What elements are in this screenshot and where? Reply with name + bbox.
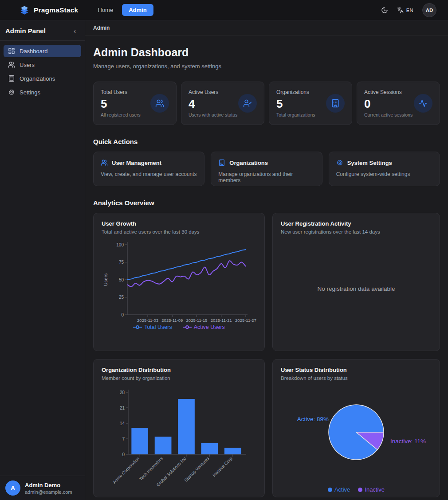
main-content: Admin Admin Dashboard Manage users, orga… — [85, 20, 448, 500]
sidebar-header: Admin Panel ‹ — [0, 20, 85, 41]
organization-bar-chart: 07142128Acme CorporationTech InnovatorsG… — [102, 383, 256, 490]
sidebar-item-settings[interactable]: Settings — [4, 86, 81, 98]
user-menu-avatar[interactable]: AD — [422, 3, 436, 17]
chart-subtitle: Member count by organization — [102, 375, 256, 381]
language-switcher[interactable]: EN — [397, 7, 413, 13]
svg-text:25: 25 — [119, 295, 124, 300]
pie-svg-holder — [318, 394, 394, 470]
stat-description: Total organizations — [276, 112, 315, 117]
quick-actions-heading: Quick Actions — [93, 138, 440, 145]
chart-title: User Registration Activity — [281, 220, 432, 227]
stat-description: All registered users — [101, 112, 141, 117]
quick-actions-grid: User Management View, create, and manage… — [93, 152, 440, 186]
chart-subtitle: Total and active users over the last 30 … — [102, 229, 256, 234]
sidebar-item-organizations[interactable]: Organizations — [4, 72, 81, 85]
bar-chart-svg: 07142128Acme CorporationTech InnovatorsG… — [102, 383, 256, 490]
stat-value: 4 — [189, 98, 237, 110]
stat-value: 5 — [101, 98, 141, 110]
action-card-system-settings[interactable]: System Settings Configure system-wide se… — [329, 152, 440, 186]
dot-icon — [328, 488, 332, 492]
action-title: User Management — [112, 160, 161, 166]
nav-link-admin[interactable]: Admin — [122, 4, 153, 16]
stat-label: Active Users — [189, 89, 237, 95]
svg-text:Inactive Corp: Inactive Corp — [212, 456, 234, 478]
line-marker-icon — [183, 325, 192, 329]
gear-icon — [336, 159, 343, 166]
stat-value: 0 — [364, 98, 413, 110]
action-card-organizations[interactable]: Organizations Manage organizations and t… — [211, 152, 322, 186]
legend-item-active-users[interactable]: Active Users — [183, 324, 225, 330]
navbar-actions: EN AD — [381, 3, 436, 17]
svg-text:2025-11-15: 2025-11-15 — [186, 318, 208, 322]
sidebar-item-label: Settings — [20, 89, 40, 96]
chart-title: User Status Distribution — [281, 367, 432, 373]
stat-description: Current active sessions — [364, 112, 413, 117]
breadcrumb: Admin — [85, 20, 448, 35]
theme-toggle-button[interactable] — [381, 7, 388, 14]
svg-text:Users: Users — [103, 273, 108, 286]
chart-card-user-registration: User Registration Activity New user regi… — [272, 213, 440, 351]
stat-card-active-users: Active Users 4 Users with active status — [181, 82, 264, 125]
action-card-user-management[interactable]: User Management View, create, and manage… — [93, 152, 204, 186]
sidebar-item-label: Dashboard — [20, 48, 48, 55]
sidebar-item-users[interactable]: Users — [4, 59, 81, 71]
page-title: Admin Dashboard — [93, 46, 440, 59]
dashboard-grid-icon — [8, 47, 15, 55]
pie-label-active: Active: 89% — [281, 416, 329, 422]
svg-text:50: 50 — [119, 277, 124, 282]
sidebar-item-dashboard[interactable]: Dashboard — [4, 45, 81, 57]
legend-item-active[interactable]: Active — [328, 486, 350, 493]
moon-icon — [381, 7, 388, 14]
sidebar-user-card[interactable]: A Admin Demo admin@example.com — [0, 476, 85, 500]
sidebar-item-label: Organizations — [20, 75, 55, 82]
svg-text:2025-11-21: 2025-11-21 — [211, 318, 232, 322]
svg-text:Tech Innovators: Tech Innovators — [138, 456, 164, 482]
legend-item-inactive[interactable]: Inactive — [358, 486, 385, 493]
action-title: System Settings — [347, 160, 392, 166]
chart-card-user-status: User Status Distribution Breakdown of us… — [272, 359, 440, 497]
line-chart-legend: Total Users Active Users — [102, 324, 256, 330]
stat-label: Active Sessions — [364, 89, 413, 95]
building-icon — [218, 159, 225, 166]
line-chart-svg: 02550751002025-11-032025-11-092025-11-15… — [102, 237, 256, 322]
user-status-pie-chart: Active: 89% Inactive: 11% — [281, 381, 432, 486]
brand-name: PragmaStack — [34, 6, 78, 14]
charts-grid: User Growth Total and active users over … — [93, 213, 440, 497]
stat-label: Organizations — [276, 89, 315, 95]
sidebar-item-label: Users — [20, 62, 35, 68]
empty-state-message: No registration data available — [281, 234, 432, 343]
svg-text:14: 14 — [120, 421, 125, 426]
action-description: Manage organizations and their members — [218, 171, 314, 184]
svg-text:Startup Ventures: Startup Ventures — [183, 456, 210, 483]
stat-card-active-sessions: Active Sessions 0 Current active session… — [357, 82, 440, 125]
stat-card-organizations: Organizations 5 Total organizations — [269, 82, 352, 125]
svg-text:2025-11-09: 2025-11-09 — [161, 318, 183, 322]
svg-text:2025-11-27: 2025-11-27 — [235, 318, 256, 322]
sidebar-nav: Dashboard Users Organiza — [0, 41, 85, 476]
chart-card-organization-distribution: Organization Distribution Member count b… — [93, 359, 265, 497]
brand[interactable]: PragmaStack — [20, 5, 78, 15]
svg-text:Acme Corporation: Acme Corporation — [112, 456, 141, 485]
user-check-icon — [238, 94, 257, 113]
line-marker-icon — [133, 325, 142, 329]
legend-item-total-users[interactable]: Total Users — [133, 324, 172, 330]
chart-subtitle: New user registrations over the last 14 … — [281, 229, 432, 234]
action-description: View, create, and manage user accounts — [101, 171, 197, 177]
languages-icon — [397, 7, 404, 13]
action-title: Organizations — [229, 160, 268, 166]
analytics-heading: Analytics Overview — [93, 199, 440, 207]
sidebar-collapse-button[interactable]: ‹ — [71, 27, 79, 35]
stat-value: 5 — [276, 98, 315, 110]
pie-chart-svg — [318, 394, 394, 470]
breadcrumb-admin[interactable]: Admin — [93, 25, 110, 31]
chart-title: Organization Distribution — [102, 367, 256, 373]
svg-text:2025-11-03: 2025-11-03 — [137, 318, 158, 322]
nav-links: Home Admin — [93, 4, 153, 16]
avatar: A — [5, 480, 20, 496]
svg-text:0: 0 — [122, 452, 125, 457]
nav-link-home[interactable]: Home — [93, 4, 118, 16]
pie-label-inactive: Inactive: 11% — [390, 438, 426, 445]
admin-sidebar: Admin Panel ‹ Dashboard — [0, 20, 85, 500]
users-icon — [101, 159, 108, 166]
page-subtitle: Manage users, organizations, and system … — [93, 63, 440, 70]
